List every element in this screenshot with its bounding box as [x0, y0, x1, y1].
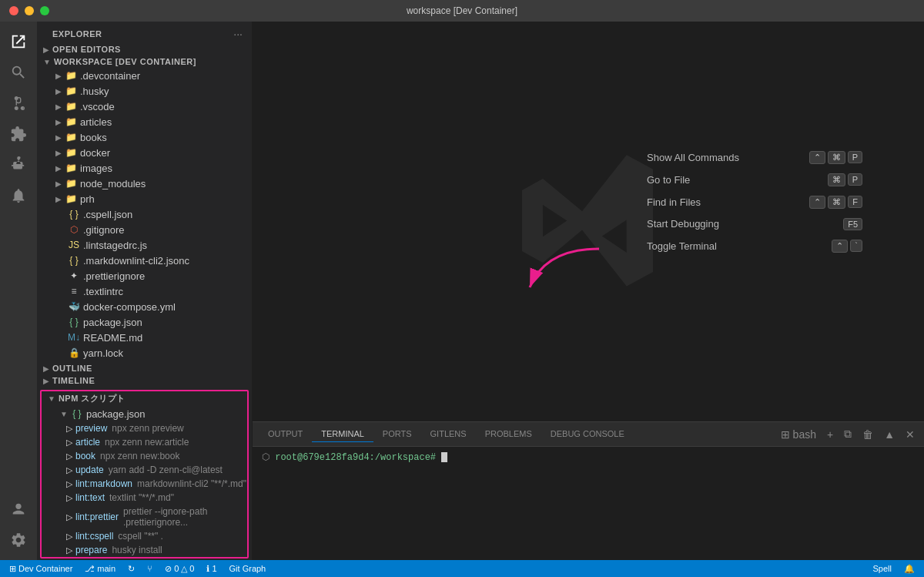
status-sync[interactable]: ↻	[125, 564, 138, 574]
status-git-graph[interactable]: Git Graph	[226, 564, 270, 573]
file-readme[interactable]: M↓ README.md	[37, 330, 252, 345]
key: ⌃	[809, 151, 825, 164]
extensions-icon[interactable]	[5, 120, 32, 148]
container-icon: ⊞	[9, 564, 16, 574]
tab-gitlens[interactable]: GITLENS	[421, 426, 476, 442]
search-icon[interactable]	[5, 59, 32, 86]
folder-icon: 📁	[65, 100, 77, 112]
close-button[interactable]	[9, 6, 18, 15]
file-yarn-lock[interactable]: 🔒 yarn.lock	[37, 345, 252, 361]
file-label: .lintstagedrc.js	[83, 240, 147, 251]
folder-icon: 📁	[65, 131, 77, 143]
npm-scripts-header[interactable]: ▼ NPM スクリプト	[42, 391, 247, 406]
folder-label: images	[80, 163, 112, 174]
tab-problems[interactable]: PROBLEMS	[476, 426, 541, 442]
folder-icon: 📁	[65, 85, 77, 97]
folder-docker[interactable]: ▶ 📁 docker	[37, 145, 252, 160]
folder-images[interactable]: ▶ 📁 images	[37, 160, 252, 176]
timeline-section[interactable]: ▶ TIMELINE	[37, 374, 252, 387]
explorer-more-icon[interactable]: ···	[233, 28, 243, 40]
explorer-icon[interactable]	[5, 28, 32, 55]
file-lintstagedrc[interactable]: JS .lintstagedrc.js	[37, 237, 252, 253]
script-lint-markdown[interactable]: ▷ lint:markdown markdownlint-cli2 "**/*.…	[42, 477, 247, 491]
svg-point-2	[21, 107, 24, 110]
file-docker-compose[interactable]: 🐳 docker-compose.yml	[37, 299, 252, 314]
folder-icon: 📁	[65, 69, 77, 82]
minimize-button[interactable]	[25, 6, 34, 15]
folder-devcontainer[interactable]: ▶ 📁 .devcontainer	[37, 68, 252, 83]
file-cspell[interactable]: { } .cspell.json	[37, 206, 252, 222]
run-debug-icon[interactable]	[5, 151, 32, 179]
open-editors-section[interactable]: ▶ Open Editors	[37, 43, 252, 55]
outline-section[interactable]: ▶ OUTLINE	[37, 362, 252, 374]
folder-husky[interactable]: ▶ 📁 .husky	[37, 83, 252, 99]
status-container[interactable]: ⊞ Dev Container	[6, 564, 75, 574]
tab-debug-console[interactable]: DEBUG CONSOLE	[541, 426, 634, 442]
folder-label: articles	[80, 116, 112, 128]
folder-chevron: ▶	[55, 118, 62, 126]
folder-chevron: ▶	[55, 133, 62, 142]
script-preview[interactable]: ▷ preview npx zenn preview	[42, 421, 247, 435]
status-errors[interactable]: ⊘ 0 △ 0	[162, 564, 197, 574]
command-keys: ⌃ `	[832, 240, 862, 253]
folder-books[interactable]: ▶ 📁 books	[37, 129, 252, 145]
account-icon[interactable]	[5, 495, 32, 523]
status-branch[interactable]: ⎇ main	[82, 564, 119, 574]
workspace-section[interactable]: ▼ WORKSPACE [DEV CONTAINER]	[37, 55, 252, 68]
terminal-cursor	[441, 452, 447, 462]
command-list: Show All Commands ⌃ ⌘ P Go to File ⌘ P	[647, 146, 862, 257]
folder-articles[interactable]: ▶ 📁 articles	[37, 114, 252, 129]
file-prettierignore[interactable]: ✦ .prettierignore	[37, 268, 252, 283]
terminal-content[interactable]: ⬡ root@679e128fa9d4:/workspace#	[253, 447, 924, 560]
script-prepare[interactable]: ▷ prepare husky install	[42, 543, 247, 557]
folder-node-modules[interactable]: ▶ 📁 node_modules	[37, 176, 252, 191]
maximize-terminal-button[interactable]: ▲	[881, 427, 898, 442]
npm-scripts-section: ▼ NPM スクリプト ▼ { } package.json ▷ preview…	[40, 390, 249, 559]
file-label: .markdownlint-cli2.jsonc	[83, 255, 189, 267]
script-article[interactable]: ▷ article npx zenn new:article	[42, 435, 247, 449]
tab-terminal[interactable]: TERMINAL	[312, 426, 373, 442]
command-keys: ⌃ ⌘ F	[809, 196, 862, 209]
npm-package-json[interactable]: ▼ { } package.json	[42, 406, 247, 421]
outline-chevron: ▶	[43, 364, 49, 373]
script-run-icon: ▷	[66, 479, 72, 489]
window-controls[interactable]	[9, 6, 49, 15]
notifications-icon[interactable]	[5, 182, 32, 210]
file-package-json[interactable]: { } package.json	[37, 314, 252, 330]
status-remote[interactable]: ⑂	[144, 564, 156, 573]
script-name: lint:cspell	[75, 531, 113, 542]
folder-prh[interactable]: ▶ 📁 prh	[37, 191, 252, 206]
source-control-icon[interactable]	[5, 89, 32, 117]
file-icon: ✦	[68, 270, 80, 282]
sync-icon: ↻	[128, 564, 135, 574]
script-cmd: npx zenn new:article	[105, 437, 189, 448]
script-lint-cspell[interactable]: ▷ lint:cspell cspell "**" .	[42, 529, 247, 543]
status-info[interactable]: ℹ 1	[203, 564, 219, 574]
command-keys: ⌘ P	[828, 173, 862, 186]
script-lint-text[interactable]: ▷ lint:text textlint "**/*.md"	[42, 491, 247, 505]
maximize-button[interactable]	[40, 6, 49, 15]
add-terminal-button[interactable]: +	[824, 427, 836, 442]
file-markdownlint[interactable]: { } .markdownlint-cli2.jsonc	[37, 253, 252, 268]
split-terminal-button[interactable]: ⧉	[841, 426, 855, 442]
close-terminal-button[interactable]: ✕	[902, 427, 918, 442]
tab-output[interactable]: OUTPUT	[259, 426, 312, 442]
terminal-actions: ⊞ bash + ⧉ 🗑 ▲ ✕	[778, 426, 918, 442]
settings-icon[interactable]	[5, 526, 32, 554]
folder-icon: 📁	[65, 193, 77, 205]
folder-vscode[interactable]: ▶ 📁 .vscode	[37, 99, 252, 114]
trash-terminal-button[interactable]: 🗑	[859, 427, 876, 442]
folder-icon: 📁	[65, 177, 77, 190]
npm-scripts-label: NPM スクリプト	[59, 393, 126, 404]
script-book[interactable]: ▷ book npx zenn new:book	[42, 449, 247, 463]
file-gitignore[interactable]: ⬡ .gitignore	[37, 222, 252, 237]
status-notification[interactable]: 🔔	[901, 564, 918, 574]
command-show-all: Show All Commands ⌃ ⌘ P	[647, 146, 862, 169]
file-textlintrc[interactable]: ≡ .textlintrc	[37, 283, 252, 299]
key: F	[848, 196, 862, 208]
tab-ports[interactable]: PORTS	[373, 426, 421, 442]
script-lint-prettier[interactable]: ▷ lint:prettier prettier --ignore-path .…	[42, 505, 247, 529]
script-update[interactable]: ▷ update yarn add -D zenn-cli@latest	[42, 463, 247, 477]
command-go-to-file: Go to File ⌘ P	[647, 169, 862, 191]
status-spell[interactable]: Spell	[870, 564, 895, 573]
